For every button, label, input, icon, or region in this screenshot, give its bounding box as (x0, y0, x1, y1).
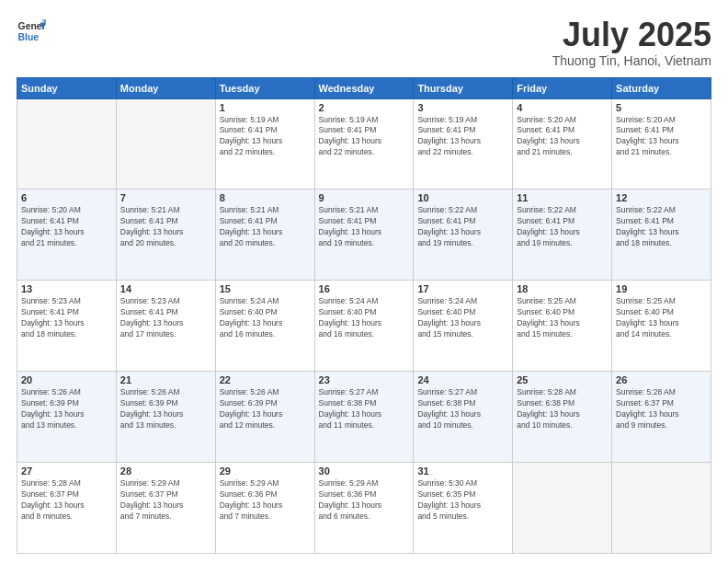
day-number: 5 (616, 102, 707, 113)
day-info: Sunrise: 5:26 AMSunset: 6:39 PMDaylight:… (21, 387, 112, 431)
day-number: 31 (417, 465, 508, 477)
calendar-cell: 19Sunrise: 5:25 AMSunset: 6:40 PMDayligh… (612, 281, 711, 372)
calendar-cell: 20Sunrise: 5:26 AMSunset: 6:39 PMDayligh… (17, 372, 117, 463)
sub-title: Thuong Tin, Hanoi, Vietnam (552, 53, 711, 68)
day-info: Sunrise: 5:29 AMSunset: 6:36 PMDaylight:… (220, 478, 311, 523)
calendar-header-row: SundayMondayTuesdayWednesdayThursdayFrid… (17, 77, 711, 98)
day-of-week-header: Saturday (612, 77, 711, 98)
day-info: Sunrise: 5:29 AMSunset: 6:36 PMDaylight:… (319, 478, 410, 523)
day-number: 2 (319, 102, 410, 113)
day-info: Sunrise: 5:23 AMSunset: 6:41 PMDaylight:… (21, 296, 112, 340)
title-block: July 2025 Thuong Tin, Hanoi, Vietnam (552, 17, 711, 68)
calendar-body: 1Sunrise: 5:19 AMSunset: 6:41 PMDaylight… (17, 98, 711, 553)
calendar-cell: 12Sunrise: 5:22 AMSunset: 6:41 PMDayligh… (612, 190, 711, 281)
calendar-cell: 8Sunrise: 5:21 AMSunset: 6:41 PMDaylight… (215, 190, 314, 281)
day-info: Sunrise: 5:30 AMSunset: 6:35 PMDaylight:… (417, 478, 508, 523)
day-number: 23 (319, 374, 410, 385)
header: General Blue July 2025 Thuong Tin, Hanoi… (17, 17, 711, 68)
day-info: Sunrise: 5:22 AMSunset: 6:41 PMDaylight:… (517, 205, 608, 249)
day-info: Sunrise: 5:26 AMSunset: 6:39 PMDaylight:… (120, 387, 211, 431)
day-info: Sunrise: 5:26 AMSunset: 6:39 PMDaylight:… (220, 387, 311, 431)
day-number: 28 (120, 465, 211, 477)
calendar-cell: 16Sunrise: 5:24 AMSunset: 6:40 PMDayligh… (314, 281, 414, 372)
day-info: Sunrise: 5:24 AMSunset: 6:40 PMDaylight:… (220, 296, 311, 340)
day-info: Sunrise: 5:23 AMSunset: 6:41 PMDaylight:… (120, 296, 211, 340)
main-title: July 2025 (552, 17, 711, 53)
day-info: Sunrise: 5:28 AMSunset: 6:37 PMDaylight:… (616, 387, 707, 431)
calendar-cell: 22Sunrise: 5:26 AMSunset: 6:39 PMDayligh… (215, 372, 314, 463)
calendar-cell: 29Sunrise: 5:29 AMSunset: 6:36 PMDayligh… (215, 463, 314, 554)
day-number: 13 (21, 283, 112, 294)
day-number: 15 (220, 283, 311, 294)
calendar-cell: 18Sunrise: 5:25 AMSunset: 6:40 PMDayligh… (513, 281, 612, 372)
calendar-table: SundayMondayTuesdayWednesdayThursdayFrid… (17, 77, 711, 554)
calendar-cell: 30Sunrise: 5:29 AMSunset: 6:36 PMDayligh… (314, 463, 414, 554)
logo-icon: General Blue (17, 17, 46, 46)
calendar-week-row: 6Sunrise: 5:20 AMSunset: 6:41 PMDaylight… (17, 190, 711, 281)
calendar-cell: 17Sunrise: 5:24 AMSunset: 6:40 PMDayligh… (414, 281, 513, 372)
day-info: Sunrise: 5:21 AMSunset: 6:41 PMDaylight:… (319, 205, 410, 249)
day-number: 27 (21, 465, 112, 477)
calendar-cell: 5Sunrise: 5:20 AMSunset: 6:41 PMDaylight… (612, 98, 711, 190)
day-info: Sunrise: 5:20 AMSunset: 6:41 PMDaylight:… (616, 115, 707, 159)
calendar-week-row: 20Sunrise: 5:26 AMSunset: 6:39 PMDayligh… (17, 372, 711, 463)
calendar-cell: 10Sunrise: 5:22 AMSunset: 6:41 PMDayligh… (414, 190, 513, 281)
calendar-cell: 28Sunrise: 5:29 AMSunset: 6:37 PMDayligh… (116, 463, 215, 554)
day-info: Sunrise: 5:20 AMSunset: 6:41 PMDaylight:… (21, 205, 112, 249)
day-number: 9 (319, 192, 410, 203)
day-info: Sunrise: 5:22 AMSunset: 6:41 PMDaylight:… (616, 205, 707, 249)
day-info: Sunrise: 5:19 AMSunset: 6:41 PMDaylight:… (220, 115, 311, 159)
day-number: 1 (220, 102, 311, 113)
day-info: Sunrise: 5:27 AMSunset: 6:38 PMDaylight:… (319, 387, 410, 431)
calendar-cell: 14Sunrise: 5:23 AMSunset: 6:41 PMDayligh… (116, 281, 215, 372)
calendar-cell: 26Sunrise: 5:28 AMSunset: 6:37 PMDayligh… (612, 372, 711, 463)
day-info: Sunrise: 5:24 AMSunset: 6:40 PMDaylight:… (319, 296, 410, 340)
calendar-cell: 3Sunrise: 5:19 AMSunset: 6:41 PMDaylight… (414, 98, 513, 190)
calendar-cell: 31Sunrise: 5:30 AMSunset: 6:35 PMDayligh… (414, 463, 513, 554)
day-number: 4 (517, 102, 608, 113)
day-number: 19 (616, 283, 707, 294)
day-info: Sunrise: 5:28 AMSunset: 6:38 PMDaylight:… (517, 387, 608, 431)
day-of-week-header: Thursday (414, 77, 513, 98)
logo: General Blue (17, 17, 46, 46)
day-of-week-header: Friday (513, 77, 612, 98)
day-info: Sunrise: 5:24 AMSunset: 6:40 PMDaylight:… (417, 296, 508, 340)
calendar-cell: 13Sunrise: 5:23 AMSunset: 6:41 PMDayligh… (17, 281, 117, 372)
calendar-cell: 1Sunrise: 5:19 AMSunset: 6:41 PMDaylight… (215, 98, 314, 190)
day-number: 26 (616, 374, 707, 385)
calendar-week-row: 27Sunrise: 5:28 AMSunset: 6:37 PMDayligh… (17, 463, 711, 554)
day-number: 16 (319, 283, 410, 294)
day-of-week-header: Tuesday (215, 77, 314, 98)
day-number: 3 (417, 102, 508, 113)
day-of-week-header: Wednesday (314, 77, 414, 98)
day-number: 25 (517, 374, 608, 385)
day-number: 10 (417, 192, 508, 203)
svg-text:Blue: Blue (18, 32, 40, 42)
day-number: 30 (319, 465, 410, 477)
day-info: Sunrise: 5:21 AMSunset: 6:41 PMDaylight:… (120, 205, 211, 249)
day-info: Sunrise: 5:28 AMSunset: 6:37 PMDaylight:… (21, 478, 112, 523)
calendar-cell: 4Sunrise: 5:20 AMSunset: 6:41 PMDaylight… (513, 98, 612, 190)
day-number: 14 (120, 283, 211, 294)
day-number: 20 (21, 374, 112, 385)
day-info: Sunrise: 5:29 AMSunset: 6:37 PMDaylight:… (120, 478, 211, 523)
calendar-week-row: 13Sunrise: 5:23 AMSunset: 6:41 PMDayligh… (17, 281, 711, 372)
calendar-cell: 25Sunrise: 5:28 AMSunset: 6:38 PMDayligh… (513, 372, 612, 463)
calendar-cell (513, 463, 612, 554)
day-number: 7 (120, 192, 211, 203)
day-number: 8 (220, 192, 311, 203)
calendar-cell: 6Sunrise: 5:20 AMSunset: 6:41 PMDaylight… (17, 190, 117, 281)
calendar-week-row: 1Sunrise: 5:19 AMSunset: 6:41 PMDaylight… (17, 98, 711, 190)
calendar-cell: 11Sunrise: 5:22 AMSunset: 6:41 PMDayligh… (513, 190, 612, 281)
calendar-cell: 15Sunrise: 5:24 AMSunset: 6:40 PMDayligh… (215, 281, 314, 372)
calendar-cell: 24Sunrise: 5:27 AMSunset: 6:38 PMDayligh… (414, 372, 513, 463)
page: General Blue July 2025 Thuong Tin, Hanoi… (0, 0, 728, 563)
day-info: Sunrise: 5:19 AMSunset: 6:41 PMDaylight:… (417, 115, 508, 159)
day-number: 29 (220, 465, 311, 477)
day-info: Sunrise: 5:25 AMSunset: 6:40 PMDaylight:… (616, 296, 707, 340)
day-number: 21 (120, 374, 211, 385)
day-number: 11 (517, 192, 608, 203)
day-info: Sunrise: 5:25 AMSunset: 6:40 PMDaylight:… (517, 296, 608, 340)
day-info: Sunrise: 5:20 AMSunset: 6:41 PMDaylight:… (517, 115, 608, 159)
day-number: 17 (417, 283, 508, 294)
